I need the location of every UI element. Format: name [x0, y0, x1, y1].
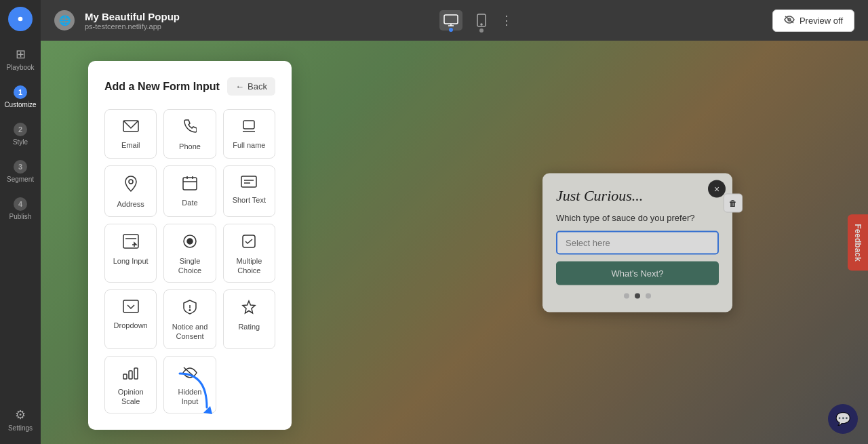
long-input-label: Long Input	[113, 256, 149, 266]
short-text-label: Short Text	[233, 195, 266, 205]
grid-item-multiple-choice[interactable]: Multiple Choice	[223, 224, 275, 283]
step-number-3: 3	[14, 160, 27, 174]
sidebar-item-segment[interactable]: 3 Segment	[3, 155, 38, 188]
modal-back-btn[interactable]: ← Back	[227, 77, 275, 96]
svg-rect-20	[123, 235, 138, 248]
multiple-choice-icon	[241, 234, 256, 252]
grid-item-opinion-scale[interactable]: Opinion Scale	[104, 356, 157, 414]
site-url: ps-testceren.netlify.app	[85, 22, 180, 31]
email-label: Email	[121, 140, 140, 150]
multiple-choice-label: Multiple Choice	[229, 256, 269, 276]
sidebar-logo[interactable]	[8, 7, 33, 31]
preview-label: Preview off	[800, 16, 843, 26]
notice-consent-label: Notice and Consent	[170, 322, 210, 342]
sidebar-item-label: Playbook	[6, 64, 34, 71]
preview-toggle-btn[interactable]: Preview off	[772, 9, 854, 32]
arrow-indicator	[166, 367, 220, 424]
svg-rect-31	[134, 368, 138, 379]
date-label: Date	[182, 198, 197, 207]
rating-label: Rating	[238, 322, 260, 331]
address-label: Address	[117, 199, 144, 209]
modal-header: Add a New Form Input ← Back	[104, 77, 275, 96]
short-text-icon	[241, 176, 257, 191]
topbar: 🌐 My Beautiful Popup ps-testceren.netlif…	[41, 0, 868, 41]
svg-rect-17	[241, 176, 256, 187]
dropdown-icon	[123, 300, 139, 317]
svg-rect-2	[444, 15, 458, 24]
date-icon	[182, 176, 197, 194]
mobile-dot	[479, 28, 484, 33]
notice-consent-icon	[183, 300, 197, 318]
grid-item-dropdown[interactable]: Dropdown	[104, 289, 157, 349]
address-icon	[125, 176, 137, 195]
grid-item-notice-consent[interactable]: Notice and Consent	[163, 289, 216, 349]
step-number-2: 2	[14, 123, 27, 136]
grid-item-single-choice[interactable]: Single Choice	[163, 224, 216, 283]
grid-item-short-text[interactable]: Short Text	[223, 165, 275, 216]
more-options-btn[interactable]: ⋮	[500, 13, 513, 28]
svg-point-6	[481, 24, 482, 25]
grid-item-date[interactable]: Date	[163, 165, 216, 216]
svg-rect-29	[123, 374, 127, 379]
grid-item-phone[interactable]: Phone	[163, 109, 216, 159]
long-input-icon	[123, 234, 139, 252]
full-name-icon	[241, 119, 256, 136]
back-label: Back	[248, 81, 267, 92]
sidebar-item-publish[interactable]: 4 Publish	[3, 192, 38, 226]
single-choice-icon	[182, 234, 197, 252]
svg-marker-28	[243, 301, 255, 313]
svg-point-1	[18, 17, 23, 22]
preview-eye-icon	[784, 16, 795, 26]
email-icon	[123, 119, 139, 136]
sidebar-item-label: Publish	[9, 213, 32, 220]
sidebar-item-label: Settings	[8, 424, 33, 432]
single-choice-label: Single Choice	[170, 256, 210, 276]
grid-item-full-name[interactable]: Full name	[223, 109, 275, 159]
step-number-4: 4	[14, 197, 27, 211]
svg-rect-30	[129, 371, 132, 379]
canvas: × Just Curious... Which type of sauce do…	[41, 41, 868, 444]
sidebar-item-settings[interactable]: ⚙ Settings	[3, 402, 38, 437]
phone-label: Phone	[179, 142, 201, 151]
step-number-1: 1	[14, 85, 27, 99]
full-name-label: Full name	[233, 140, 265, 150]
sidebar-item-label: Style	[13, 138, 28, 146]
desktop-device-btn[interactable]	[439, 10, 462, 31]
grid-icon: ⊞	[16, 47, 26, 62]
svg-point-23	[187, 239, 193, 244]
svg-point-12	[129, 180, 133, 184]
site-name: My Beautiful Popup	[85, 11, 180, 22]
svg-rect-25	[123, 300, 138, 312]
dropdown-label: Dropdown	[114, 321, 148, 330]
modal-overlay: Add a New Form Input ← Back EmailPhoneFu…	[41, 41, 868, 444]
svg-rect-10	[243, 121, 254, 129]
mobile-device-btn[interactable]	[473, 9, 490, 31]
back-arrow-icon: ←	[235, 81, 244, 92]
sidebar: ⊞ Playbook 1 Customize 2 Style 3 Segment…	[0, 0, 41, 444]
svg-point-27	[189, 310, 191, 311]
phone-icon	[183, 119, 197, 138]
settings-icon: ⚙	[15, 407, 26, 422]
sidebar-item-customize[interactable]: 1 Customize	[3, 80, 38, 114]
sidebar-item-label: Customize	[4, 101, 36, 108]
modal-title: Add a New Form Input	[104, 81, 220, 93]
svg-rect-24	[243, 235, 255, 247]
topbar-title: My Beautiful Popup ps-testceren.netlify.…	[85, 11, 180, 31]
site-globe-icon: 🌐	[54, 10, 75, 31]
device-switcher: ⋮	[190, 9, 762, 31]
grid-item-rating[interactable]: Rating	[223, 289, 275, 349]
desktop-active-dot	[449, 28, 453, 32]
rating-icon	[241, 300, 256, 318]
opinion-scale-label: Opinion Scale	[111, 387, 151, 407]
grid-item-address[interactable]: Address	[104, 165, 157, 216]
opinion-scale-icon	[123, 366, 139, 383]
sidebar-item-label: Segment	[7, 176, 34, 183]
grid-item-email[interactable]: Email	[104, 109, 157, 159]
grid-item-long-input[interactable]: Long Input	[104, 224, 157, 283]
sidebar-item-playbook[interactable]: ⊞ Playbook	[3, 41, 38, 77]
main-area: 🌐 My Beautiful Popup ps-testceren.netlif…	[41, 0, 868, 444]
svg-rect-13	[183, 178, 197, 190]
sidebar-item-style[interactable]: 2 Style	[3, 117, 38, 151]
